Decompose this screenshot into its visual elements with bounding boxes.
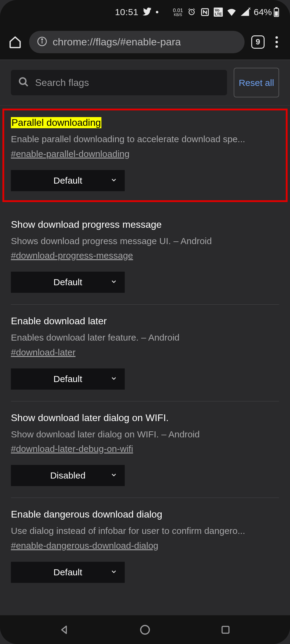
flag-description: Shows download progress message UI. – An… xyxy=(11,234,279,248)
network-speed: 0.01 KB/S xyxy=(173,8,183,17)
search-icon xyxy=(18,77,29,89)
flag-item-highlighted: Parallel downloading Enable parallel dow… xyxy=(2,109,288,202)
flag-item: Show download later dialog on WIFI. Show… xyxy=(11,401,279,498)
tab-switcher[interactable]: 9 xyxy=(251,35,265,49)
wifi-icon xyxy=(227,8,236,16)
omnibox[interactable]: chrome://flags/#enable-para xyxy=(29,31,245,53)
svg-rect-10 xyxy=(222,626,229,633)
status-time: 10:51 xyxy=(115,7,139,17)
reset-all-button[interactable]: Reset all xyxy=(234,68,279,97)
menu-button[interactable] xyxy=(271,36,282,48)
svg-line-8 xyxy=(25,83,28,86)
status-bar: 10:51 0.01 KB/S VoLTE x 64% xyxy=(0,0,290,24)
flag-title: Enable download later xyxy=(11,315,279,327)
chevron-down-icon xyxy=(110,470,117,481)
flag-hash-link[interactable]: #enable-dangerous-download-dialog xyxy=(11,541,158,551)
svg-point-9 xyxy=(141,625,150,634)
twitter-icon xyxy=(143,8,152,17)
flag-title: Parallel downloading xyxy=(11,117,101,128)
flag-dropdown[interactable]: Disabled xyxy=(11,465,125,486)
flag-hash-link[interactable]: #download-progress-message xyxy=(11,250,133,261)
chevron-down-icon xyxy=(110,374,117,384)
flag-hash-link[interactable]: #download-later-debug-on-wifi xyxy=(11,444,133,454)
flag-dropdown-value: Default xyxy=(53,567,82,577)
home-button[interactable] xyxy=(8,35,22,49)
flag-description: Enable parallel downloading to accelerat… xyxy=(11,132,279,146)
browser-toolbar: chrome://flags/#enable-para 9 xyxy=(0,24,290,60)
nfc-icon xyxy=(200,8,209,17)
info-icon xyxy=(37,36,47,48)
page-content: Reset all Parallel downloading Enable pa… xyxy=(0,60,290,586)
svg-rect-2 xyxy=(275,7,277,8)
android-nav-bar xyxy=(0,615,290,644)
flag-dropdown-value: Disabled xyxy=(50,470,86,481)
flag-item: Enable dangerous download dialog Use dia… xyxy=(11,498,279,586)
flag-dropdown-value: Default xyxy=(53,277,82,287)
flag-item: Enable download later Enables download l… xyxy=(11,305,279,401)
home-nav-button[interactable] xyxy=(138,623,152,636)
svg-point-6 xyxy=(41,39,42,40)
flag-dropdown[interactable]: Default xyxy=(11,368,125,390)
battery-indicator: 64% xyxy=(254,7,279,17)
flag-title: Enable dangerous download dialog xyxy=(11,509,279,520)
search-box[interactable] xyxy=(11,70,227,95)
flag-title: Show download progress message xyxy=(11,219,279,230)
flag-dropdown[interactable]: Default xyxy=(11,272,125,293)
search-row: Reset all xyxy=(0,60,290,106)
recents-button[interactable] xyxy=(219,623,232,636)
svg-point-7 xyxy=(20,78,26,84)
search-input[interactable] xyxy=(35,77,220,88)
volte-icon: VoLTE xyxy=(214,8,223,17)
flag-dropdown[interactable]: Default xyxy=(11,170,125,191)
dot-indicator-icon xyxy=(156,11,158,13)
flag-dropdown-value: Default xyxy=(53,374,82,384)
flag-description: Show download later dialog on WIFI. – An… xyxy=(11,428,279,441)
svg-rect-3 xyxy=(275,11,278,16)
chevron-down-icon xyxy=(110,175,117,186)
flag-hash-link[interactable]: #download-later xyxy=(11,347,75,358)
signal-icon: x xyxy=(240,8,249,16)
chevron-down-icon xyxy=(110,277,117,287)
flag-hash-link[interactable]: #enable-parallel-downloading xyxy=(11,149,130,159)
flag-item: Show download progress message Shows dow… xyxy=(11,202,279,305)
chevron-down-icon xyxy=(110,567,117,577)
alarm-icon xyxy=(187,8,196,17)
flag-title: Show download later dialog on WIFI. xyxy=(11,412,279,423)
flag-description: Enables download later feature. – Androi… xyxy=(11,331,279,344)
url-text: chrome://flags/#enable-para xyxy=(53,36,181,48)
flag-dropdown[interactable]: Default xyxy=(11,562,125,583)
flag-description: Use dialog instead of infobar for user t… xyxy=(11,524,279,538)
flag-dropdown-value: Default xyxy=(53,175,82,186)
flags-list: Parallel downloading Enable parallel dow… xyxy=(0,109,290,586)
back-button[interactable] xyxy=(58,623,71,636)
